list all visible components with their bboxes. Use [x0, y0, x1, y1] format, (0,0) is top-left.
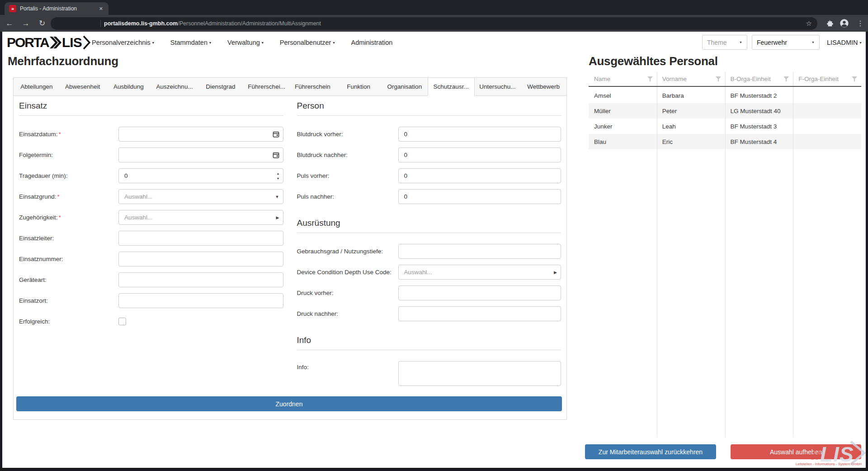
browser-tab-title: Portalis - Administration [20, 5, 94, 12]
tab-fuehrerschein[interactable]: Führerschein [290, 78, 336, 96]
tab-abteilungen[interactable]: Abteilungen [14, 78, 60, 96]
tab-untersuchung[interactable]: Untersuchu... [475, 78, 521, 96]
einsatzleiter-input[interactable] [118, 231, 283, 246]
tab-wettbewerb[interactable]: Wettbewerb [520, 78, 566, 96]
blutdruck-nachher-input[interactable] [398, 147, 561, 162]
table-row[interactable]: Blau Eric BF Musterstadt 4 [589, 134, 861, 149]
spinner-down-icon[interactable]: ▼ [277, 177, 280, 180]
einsatzort-input[interactable] [118, 293, 283, 308]
calendar-icon[interactable] [273, 131, 279, 138]
field-label: Gebrauchsgrad / Nutzungstiefe: [297, 248, 398, 255]
cell-vorname: Barbara [657, 92, 725, 99]
field-label: Blutdruck nachher: [297, 152, 398, 158]
required-asterisk: * [59, 131, 61, 138]
theme-select[interactable]: Theme▼ [702, 35, 747, 50]
profile-avatar[interactable] [838, 15, 850, 32]
spinner-up-icon[interactable]: ▲ [277, 172, 280, 175]
person-column: Person Blutdruck vorher: Blutdruck nachh… [297, 96, 561, 394]
tab-ausbildung[interactable]: Ausbildung [106, 78, 152, 96]
browser-tab[interactable]: » Portalis - Administration ✕ [5, 2, 108, 15]
field-label: Druck vorher: [297, 290, 398, 296]
field-label: Puls nachher: [297, 193, 398, 200]
einsatznummer-input[interactable] [118, 252, 283, 266]
blutdruck-vorher-input[interactable] [398, 127, 561, 142]
section-title-ausruestung: Ausrüstung [297, 218, 561, 233]
zuordnen-button[interactable]: Zuordnen [16, 396, 562, 411]
clear-selection-button[interactable]: Auswahl aufheben [731, 444, 861, 459]
cell-vorname: Peter [657, 108, 725, 114]
main-menu: Personalverzeichnis▾ Stammdaten▾ Verwalt… [92, 32, 392, 53]
window-frame-left [0, 32, 2, 471]
user-menu[interactable]: LISADMIN▾ [827, 32, 862, 53]
column-header-vorname[interactable]: Vorname [657, 72, 725, 86]
table-header-row: Name Vorname B-Orga-Einheit F-Orga-Einhe… [589, 72, 861, 87]
info-textarea[interactable] [398, 361, 561, 386]
puls-vorher-input[interactable] [398, 168, 561, 183]
organisation-select[interactable]: Feuerwehr▼ [752, 35, 820, 50]
erfolgreich-checkbox[interactable] [118, 318, 126, 325]
filter-funnel-icon[interactable] [716, 76, 721, 81]
required-asterisk: * [59, 214, 61, 221]
tab-funktion[interactable]: Funktion [335, 78, 382, 96]
table-row[interactable]: Junker Leah BF Musterstadt 3 [589, 119, 861, 134]
field-label: Puls vorher: [297, 172, 398, 179]
column-header-name[interactable]: Name [589, 72, 657, 86]
cell-name: Amsel [589, 92, 657, 99]
device-condition-dropdown[interactable] [398, 265, 561, 280]
puls-nachher-input[interactable] [398, 189, 561, 204]
tab-dienstgrad[interactable]: Dienstgrad [198, 78, 244, 96]
selected-personnel-title: Ausgewähltes Personal [589, 54, 718, 68]
cell-name: Müller [589, 108, 657, 114]
menu-personalbenutzer[interactable]: Personalbenutzer▾ [280, 39, 335, 46]
geraeteart-input[interactable] [118, 272, 283, 287]
number-spinner[interactable]: ▲▼ [277, 172, 280, 180]
field-label: Einsatznummer: [19, 256, 118, 262]
table-row[interactable]: Müller Peter LG Musterstadt 40 [589, 103, 861, 119]
cell-b-orga: BF Musterstadt 4 [725, 138, 793, 145]
extensions-puzzle-icon[interactable] [824, 15, 835, 32]
reload-icon[interactable]: ↻ [36, 15, 48, 32]
druck-vorher-input[interactable] [398, 285, 561, 300]
cell-vorname: Eric [657, 138, 725, 145]
tab-auszeichnung[interactable]: Auszeichnu... [151, 78, 198, 96]
field-label: Blutdruck vorher: [297, 131, 398, 138]
gebrauchsgrad-input[interactable] [398, 244, 561, 259]
tragedauer-input[interactable] [118, 168, 283, 183]
field-blutdruck-nachher: Blutdruck nachher: [297, 147, 561, 162]
einsatzgrund-dropdown[interactable] [118, 189, 283, 204]
menu-administration[interactable]: Administration [351, 39, 392, 46]
menu-verwaltung[interactable]: Verwaltung▾ [227, 39, 264, 46]
zugehoerigkeit-dropdown[interactable] [118, 210, 283, 225]
portalis-logo[interactable]: PORTA LIS [7, 34, 91, 52]
chevron-right-icon[interactable]: ▶ [276, 215, 279, 220]
back-icon[interactable]: ← [4, 15, 15, 32]
menu-personalverzeichnis[interactable]: Personalverzeichnis▾ [92, 39, 154, 46]
filter-funnel-icon[interactable] [852, 76, 857, 81]
calendar-icon[interactable] [273, 152, 279, 158]
table-row[interactable]: Amsel Barbara BF Musterstadt 2 [589, 88, 861, 103]
tab-organisation[interactable]: Organisation [382, 78, 428, 96]
tab-schutzausruestung[interactable]: Schutzausr... [428, 78, 475, 96]
folgetermin-input[interactable] [118, 147, 283, 162]
return-to-selection-button[interactable]: Zur Mitarbeiterauswahl zurückkehren [585, 444, 716, 459]
column-header-f-orga[interactable]: F-Orga-Einheit [793, 72, 861, 86]
menu-stammdaten[interactable]: Stammdaten▾ [170, 39, 211, 46]
druck-nachher-input[interactable] [398, 306, 561, 321]
table-body: Amsel Barbara BF Musterstadt 2 Müller Pe… [589, 88, 861, 149]
column-header-b-orga[interactable]: B-Orga-Einheit [725, 72, 793, 86]
bookmark-star-icon[interactable]: ☆ [806, 19, 812, 28]
filter-funnel-icon[interactable] [783, 76, 789, 81]
browser-menu-icon[interactable]: ⋮ [854, 15, 866, 32]
filter-funnel-icon[interactable] [647, 76, 653, 81]
cell-name: Junker [589, 123, 657, 130]
section-title-person: Person [297, 100, 561, 116]
forward-icon[interactable]: → [20, 15, 32, 32]
tab-abwesenheit[interactable]: Abwesenheit [60, 78, 106, 96]
chevron-right-icon[interactable]: ▶ [554, 270, 557, 275]
tab-fuehrerscheinklasse[interactable]: Führerschei... [244, 78, 290, 96]
tab-close-icon[interactable]: ✕ [98, 6, 104, 12]
field-label: Druck nachher: [297, 310, 398, 317]
einsatzdatum-input[interactable] [118, 127, 283, 142]
chevron-down-icon[interactable]: ▼ [275, 195, 279, 199]
address-bar[interactable]: portalisdemo.lis-gmbh.com/PersonnelAdmin… [51, 17, 817, 30]
